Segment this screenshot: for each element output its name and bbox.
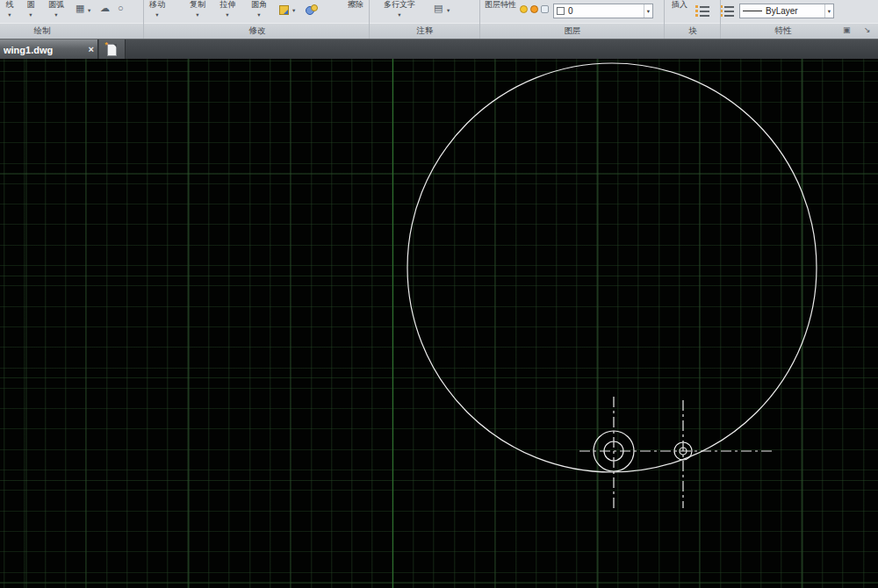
layer-properties-button[interactable]: 图层特性 — [483, 0, 518, 9]
properties-list-icon[interactable] — [720, 5, 734, 17]
cad-drawing — [0, 59, 878, 588]
linetype-select[interactable]: ByLayer ▾ — [739, 4, 834, 18]
layer-lock-icon[interactable] — [541, 5, 549, 13]
array-icon[interactable] — [279, 5, 289, 15]
layer-color-swatch — [557, 7, 565, 15]
chevron-down-icon[interactable]: ▾ — [88, 7, 90, 14]
chevron-down-icon[interactable]: ▾ — [22, 11, 40, 18]
hatch-icon[interactable]: ▦ — [76, 3, 84, 14]
panel-options-icon[interactable]: ▣ — [843, 25, 851, 34]
mtext-button[interactable]: 多行文字 ▾ — [381, 0, 418, 18]
panel-name-layers[interactable]: 图层 — [481, 25, 664, 37]
copy-label: 复制 — [186, 0, 209, 9]
fillet-button[interactable]: 圆角 ▾ — [248, 0, 270, 18]
draw-arc-label: 圆弧 — [43, 0, 69, 9]
dialog-launcher-icon[interactable]: ↘ — [864, 25, 871, 34]
chevron-down-icon[interactable]: ▾ — [186, 11, 209, 18]
chevron-down-icon[interactable]: ▾ — [248, 11, 270, 18]
new-badge-icon: * — [104, 40, 108, 49]
linetype-value: ByLayer — [766, 6, 798, 16]
insert-block-button[interactable]: 插入 — [669, 0, 690, 9]
copy-button[interactable]: 复制 ▾ — [186, 0, 209, 18]
chevron-down-icon[interactable]: ▾ — [216, 11, 239, 18]
draw-circle-button[interactable]: 圆 ▾ — [22, 0, 40, 18]
file-tab-drawing1[interactable]: wing1.dwg × — [0, 39, 98, 60]
mtext-label: 多行文字 — [381, 0, 418, 9]
ribbon: 线 ▾ 圆 ▾ 圆弧 ▾ ▦ ▾ ☁ ○ 移动 ▾ 复制 ▾ — [0, 0, 878, 39]
panel-separator — [369, 0, 370, 39]
erase-button[interactable]: 擦除 — [344, 0, 367, 9]
block-attributes-icon[interactable] — [695, 5, 709, 17]
draw-circle-label: 圆 — [22, 0, 40, 9]
revision-cloud-icon[interactable]: ☁ — [100, 3, 110, 14]
current-layer-value: 0 — [568, 6, 573, 16]
move-label: 移动 — [146, 0, 169, 9]
new-drawing-icon: * — [107, 44, 117, 56]
drawing-canvas[interactable] — [0, 59, 878, 588]
ellipse-icon[interactable]: ○ — [118, 3, 124, 14]
stretch-label: 拉伸 — [216, 0, 239, 9]
layer-select[interactable]: 0 ▾ — [553, 4, 653, 18]
draw-line-label: 线 — [1, 0, 18, 9]
large-circle[interactable] — [407, 63, 817, 472]
layer-on-bulb-icon[interactable] — [520, 5, 528, 13]
file-tab-label: wing1.dwg — [4, 45, 53, 55]
panel-name-block[interactable]: 块 — [666, 25, 720, 37]
ribbon-controls: 线 ▾ 圆 ▾ 圆弧 ▾ ▦ ▾ ☁ ○ 移动 ▾ 复制 ▾ — [0, 0, 878, 23]
ribbon-panel-names: 绘制 修改 注释 图层 块 特性 ▣ ↘ — [0, 23, 878, 39]
stretch-button[interactable]: 拉伸 ▾ — [216, 0, 239, 18]
scale-icon[interactable] — [306, 4, 318, 16]
panel-name-modify[interactable]: 修改 — [146, 25, 369, 37]
linetype-swatch — [743, 11, 762, 11]
file-tab-bar: wing1.dwg × * — [0, 39, 878, 59]
insert-block-label: 插入 — [669, 0, 690, 9]
chevron-down-icon[interactable]: ▾ — [1, 11, 18, 18]
table-icon[interactable]: ▤ — [434, 3, 443, 14]
close-icon[interactable]: × — [89, 45, 94, 54]
new-drawing-tab[interactable]: * — [99, 39, 126, 60]
erase-label: 擦除 — [344, 0, 367, 9]
layer-freeze-sun-icon[interactable] — [530, 5, 538, 13]
chevron-down-icon[interactable]: ▾ — [43, 11, 69, 18]
panel-separator — [664, 0, 665, 39]
fillet-label: 圆角 — [248, 0, 270, 9]
chevron-down-icon[interactable]: ▾ — [644, 4, 650, 18]
draw-line-button[interactable]: 线 ▾ — [1, 0, 18, 18]
panel-separator — [143, 0, 144, 39]
draw-arc-button[interactable]: 圆弧 ▾ — [43, 0, 69, 18]
autocad-window: 线 ▾ 圆 ▾ 圆弧 ▾ ▦ ▾ ☁ ○ 移动 ▾ 复制 ▾ — [0, 0, 878, 588]
panel-separator — [479, 0, 480, 39]
chevron-down-icon[interactable]: ▾ — [447, 7, 450, 14]
panel-separator — [720, 0, 721, 39]
chevron-down-icon[interactable]: ▾ — [292, 7, 295, 14]
panel-name-annotate[interactable]: 注释 — [371, 25, 479, 37]
panel-name-properties[interactable]: 特性 — [722, 25, 845, 37]
move-button[interactable]: 移动 ▾ — [146, 0, 169, 18]
panel-name-draw[interactable]: 绘制 — [0, 25, 84, 37]
chevron-down-icon[interactable]: ▾ — [146, 11, 169, 18]
chevron-down-icon[interactable]: ▾ — [381, 11, 418, 18]
chevron-down-icon[interactable]: ▾ — [824, 4, 831, 18]
layer-properties-label: 图层特性 — [483, 0, 518, 9]
